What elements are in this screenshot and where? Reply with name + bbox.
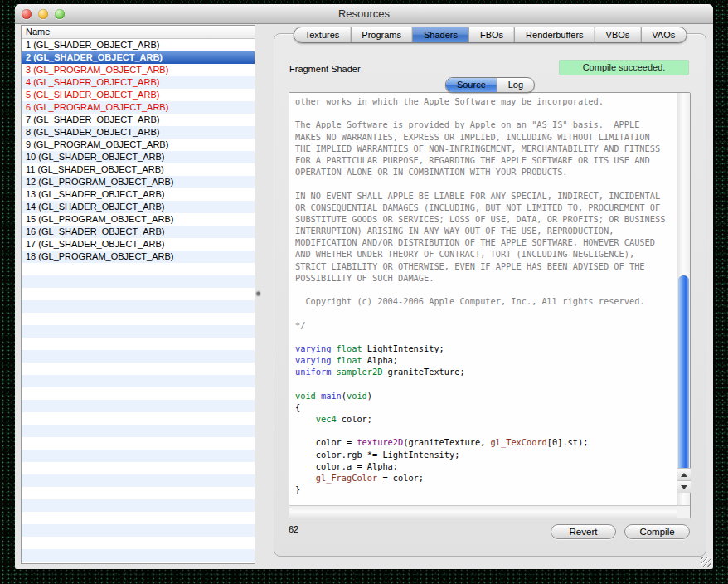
list-item-14[interactable]: 14 (GL_SHADER_OBJECT_ARB) [22, 201, 255, 213]
tab-renderbuffers[interactable]: Renderbuffers [515, 27, 595, 42]
shaders-tab-panel: TexturesProgramsShadersFBOsRenderbuffers… [274, 33, 706, 557]
tab-fbos[interactable]: FBOs [469, 27, 515, 42]
minimize-button-icon[interactable] [38, 9, 48, 19]
code-line: The Apple Software is provided by Apple … [295, 119, 677, 130]
code-line: INTERRUPTION) ARISING IN ANY WAY OUT OF … [295, 225, 677, 236]
list-item-5[interactable]: 5 (GL_SHADER_OBJECT_ARB) [22, 89, 255, 101]
scrollbar-thumb[interactable] [678, 275, 689, 476]
arrow-down-icon [681, 485, 687, 489]
list-item-9[interactable]: 9 (GL_PROGRAM_OBJECT_ARB) [22, 139, 255, 151]
code-line [295, 178, 677, 189]
shader-source-text[interactable]: other works in which the Apple Software … [289, 93, 677, 505]
list-item-18[interactable]: 18 (GL_PROGRAM_OBJECT_ARB) [22, 251, 255, 263]
list-item-4[interactable]: 4 (GL_SHADER_OBJECT_ARB) [22, 76, 255, 89]
code-line: color.a = Alpha; [295, 460, 677, 472]
tab-vaos[interactable]: VAOs [641, 27, 686, 42]
revert-button[interactable]: Revert [551, 524, 616, 539]
code-line: void main(void) [295, 390, 677, 402]
code-line: STRICT LIABILITY OR OTHERWISE, EVEN IF A… [295, 260, 677, 272]
resources-window: Resources Name 1 (GL_SHADER_OBJECT_ARB)2… [15, 4, 713, 569]
code-line: other works in which the Apple Software … [295, 95, 677, 107]
tab-vbos[interactable]: VBOs [595, 27, 642, 42]
close-button-icon[interactable] [22, 9, 32, 19]
tab-textures[interactable]: Textures [294, 27, 352, 42]
source-log-segmented-control: SourceLog [445, 77, 535, 93]
splitter-dimple-icon[interactable] [255, 290, 261, 298]
shader-source-editor[interactable]: other works in which the Apple Software … [289, 92, 691, 518]
list-item-6[interactable]: 6 (GL_PROGRAM_OBJECT_ARB) [22, 101, 255, 114]
code-line: FOR A PARTICULAR PURPOSE, REGARDING THE … [295, 154, 677, 166]
resource-list: Name 1 (GL_SHADER_OBJECT_ARB)2 (GL_SHADE… [21, 25, 255, 564]
list-item-8[interactable]: 8 (GL_SHADER_OBJECT_ARB) [22, 126, 255, 139]
code-line: OR CONSEQUENTIAL DAMAGES (INCLUDING, BUT… [295, 202, 677, 213]
shader-type-label: Fragment Shader [289, 64, 361, 74]
code-line: MAKES NO WARRANTIES, EXPRESS OR IMPLIED,… [295, 131, 677, 143]
list-item-11[interactable]: 11 (GL_SHADER_OBJECT_ARB) [22, 163, 255, 176]
compile-status-badge: Compile succeeded. [560, 61, 688, 75]
list-item-1[interactable]: 1 (GL_SHADER_OBJECT_ARB) [22, 39, 255, 51]
tab-programs[interactable]: Programs [351, 27, 413, 42]
scrollbar-corner [677, 505, 690, 518]
code-line: OPERATION ALONE OR IN COMBINATION WITH Y… [295, 166, 677, 178]
horizontal-scrollbar[interactable] [289, 505, 677, 518]
code-line [295, 284, 677, 295]
scroll-down-button[interactable] [677, 480, 691, 493]
line-count-label: 62 [289, 524, 298, 534]
segment-log[interactable]: Log [497, 78, 534, 92]
scroll-up-button[interactable] [677, 468, 691, 480]
title-bar[interactable]: Resources [15, 4, 713, 24]
code-line: SUBSTITUTE GOODS OR SERVICES; LOSS OF US… [295, 213, 677, 225]
list-item-2[interactable]: 2 (GL_SHADER_OBJECT_ARB) [22, 51, 255, 64]
list-item-7[interactable]: 7 (GL_SHADER_OBJECT_ARB) [22, 114, 255, 126]
list-header-name[interactable]: Name [22, 26, 255, 39]
resource-list-body: 1 (GL_SHADER_OBJECT_ARB)2 (GL_SHADER_OBJ… [22, 39, 255, 563]
code-line [295, 307, 677, 319]
code-line: varying float LightIntensity; [295, 343, 677, 354]
code-line [295, 331, 677, 343]
vertical-scrollbar[interactable] [677, 93, 690, 505]
code-line: uniform sampler2D graniteTexture; [295, 366, 677, 377]
compile-button[interactable]: Compile [624, 524, 690, 539]
window-title: Resources [338, 7, 390, 20]
list-item-3[interactable]: 3 (GL_PROGRAM_OBJECT_ARB) [22, 64, 255, 76]
code-line [295, 425, 677, 436]
tab-shaders[interactable]: Shaders [413, 27, 469, 42]
code-line: Copyright (c) 2004-2006 Apple Computer, … [295, 295, 677, 307]
code-line: color = texture2D(graniteTexture, gl_Tex… [295, 436, 677, 448]
list-item-10[interactable]: 10 (GL_SHADER_OBJECT_ARB) [22, 151, 255, 163]
code-line: IN NO EVENT SHALL APPLE BE LIABLE FOR AN… [295, 190, 677, 202]
tab-bar: TexturesProgramsShadersFBOsRenderbuffers… [294, 27, 687, 43]
list-item-16[interactable]: 16 (GL_SHADER_OBJECT_ARB) [22, 226, 255, 238]
code-line: THE IMPLIED WARRANTIES OF NON-INFRINGEME… [295, 143, 677, 154]
code-line [295, 107, 677, 119]
code-line: AND WHETHER UNDER THEORY OF CONTRACT, TO… [295, 248, 677, 260]
window-controls [22, 9, 65, 19]
code-line: varying float Alpha; [295, 354, 677, 366]
code-line: vec4 color; [295, 413, 677, 425]
list-item-17[interactable]: 17 (GL_SHADER_OBJECT_ARB) [22, 238, 255, 251]
code-line: */ [295, 319, 677, 331]
code-line: POSSIBILITY OF SUCH DAMAGE. [295, 272, 677, 284]
segment-source[interactable]: Source [446, 78, 497, 92]
list-item-12[interactable]: 12 (GL_PROGRAM_OBJECT_ARB) [22, 176, 255, 188]
list-item-13[interactable]: 13 (GL_SHADER_OBJECT_ARB) [22, 188, 255, 201]
list-item-15[interactable]: 15 (GL_PROGRAM_OBJECT_ARB) [22, 213, 255, 226]
resize-grip-icon[interactable] [701, 557, 711, 567]
code-line: { [295, 402, 677, 413]
code-line: } [295, 484, 677, 495]
desktop-background: Resources Name 1 (GL_SHADER_OBJECT_ARB)2… [0, 0, 728, 584]
zoom-button-icon[interactable] [55, 9, 65, 19]
code-line: MODIFICATION AND/OR DISTRIBUTION OF THE … [295, 236, 677, 248]
code-line: color.rgb *= LightIntensity; [295, 449, 677, 460]
code-line: gl_FragColor = color; [295, 472, 677, 484]
arrow-up-icon [681, 473, 687, 477]
code-line [295, 378, 677, 390]
